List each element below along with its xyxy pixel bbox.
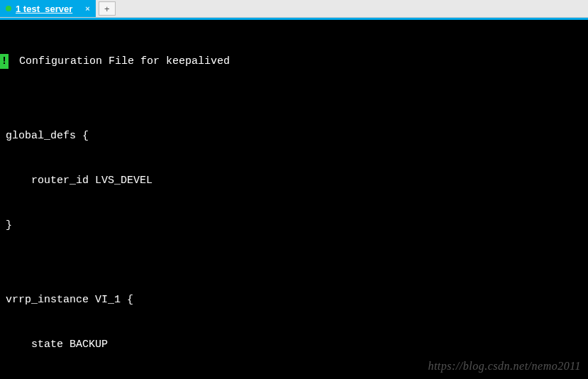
code-line: } [0, 218, 588, 233]
comment-text: Configuration File for keepalived [13, 54, 230, 69]
code-line: global_defs { [0, 128, 588, 143]
tab-label: 1 test_server [16, 4, 72, 14]
code-line: router_id LVS_DEVEL [0, 173, 588, 188]
status-dot-icon [6, 6, 11, 11]
tab-bar: 1 test_server × + [0, 0, 588, 18]
watermark-text: https://blog.csdn.net/nemo2011 [428, 358, 581, 373]
comment-line: ! Configuration File for keepalived [0, 54, 588, 69]
new-tab-button[interactable]: + [99, 1, 116, 16]
vim-comment-marker: ! [0, 54, 9, 69]
code-line: vrrp_instance VI_1 { [0, 292, 588, 307]
code-line: state BACKUP [0, 337, 588, 352]
tab-test-server[interactable]: 1 test_server × [0, 0, 96, 17]
close-icon[interactable]: × [84, 4, 91, 13]
terminal-editor[interactable]: ! Configuration File for keepalived glob… [0, 20, 588, 379]
